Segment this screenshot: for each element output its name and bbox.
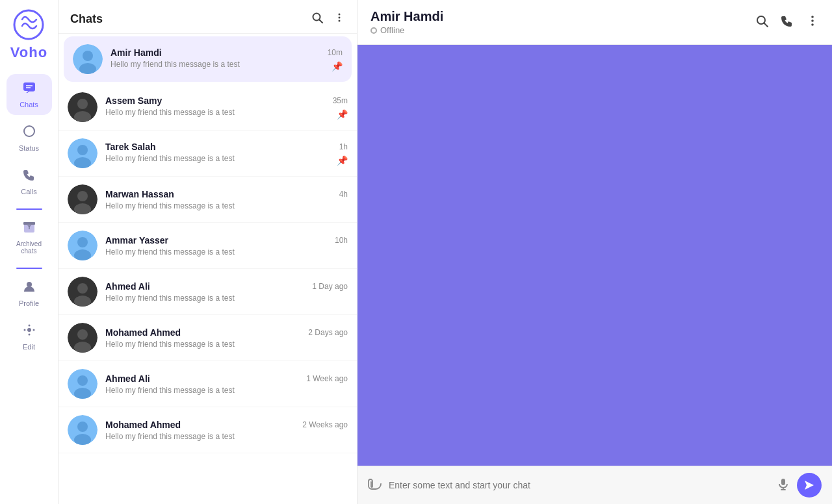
chat-list-item[interactable]: Ahmed Ali 1 Week ago Hello my friend thi… xyxy=(58,361,357,407)
chat-body xyxy=(358,45,832,466)
chat-name-row: Mohamed Ahmed 2 Weeks ago xyxy=(105,420,348,430)
pin-icon: 📌 xyxy=(337,155,348,166)
mic-button[interactable] xyxy=(776,477,790,494)
mic-icon xyxy=(776,477,790,491)
chat-more-icon xyxy=(806,14,819,27)
svg-point-20 xyxy=(83,51,93,61)
svg-point-0 xyxy=(14,10,43,39)
chat-preview-row: Hello my friend this message is a test 📌 xyxy=(105,154,348,166)
chat-info: Assem Samy 35m Hello my friend this mess… xyxy=(105,95,348,120)
edit-label: Edit xyxy=(23,343,35,351)
svg-point-11 xyxy=(28,334,30,336)
chat-info: Ahmed Ali 1 Week ago Hello my friend thi… xyxy=(105,373,348,395)
avatar xyxy=(68,92,98,122)
chat-list-item[interactable]: Mohamed Ahmed 2 Days ago Hello my friend… xyxy=(58,315,357,361)
chat-list-panel: Chats Amir Hamdi 10m Hello my friend thi… xyxy=(58,0,358,504)
more-button[interactable] xyxy=(333,12,345,27)
chat-main-status: Offline xyxy=(370,25,443,35)
chat-name: Ahmed Ali xyxy=(105,373,150,384)
chat-name-row: Ahmed Ali 1 Week ago xyxy=(105,373,348,384)
chat-main-actions xyxy=(755,14,819,31)
app-title: Voho xyxy=(10,44,47,61)
chat-info: Ammar Yasser 10h Hello my friend this me… xyxy=(105,235,348,257)
chat-name: Amir Hamdi xyxy=(110,47,162,58)
attach-button[interactable] xyxy=(368,477,382,494)
calls-icon xyxy=(22,168,36,185)
chat-name-row: Assem Samy 35m xyxy=(105,95,348,106)
call-button[interactable] xyxy=(780,14,794,31)
sidebar-item-chats[interactable]: Chats xyxy=(6,74,52,115)
svg-point-16 xyxy=(339,14,341,16)
chat-preview: Hello my friend this message is a test xyxy=(105,386,235,395)
chat-preview-row: Hello my friend this message is a test xyxy=(105,432,348,441)
avatar xyxy=(68,369,98,399)
status-icon xyxy=(22,124,36,142)
chat-more-button[interactable] xyxy=(806,14,819,31)
svg-point-29 xyxy=(77,191,88,201)
profile-label: Profile xyxy=(19,299,39,307)
chat-name: Assem Samy xyxy=(105,95,162,106)
chat-search-button[interactable] xyxy=(755,14,768,31)
svg-point-4 xyxy=(24,126,34,136)
send-button[interactable] xyxy=(797,473,822,498)
svg-rect-5 xyxy=(23,222,35,225)
svg-point-18 xyxy=(339,20,341,22)
status-text: Offline xyxy=(380,25,404,35)
sidebar-item-edit[interactable]: Edit xyxy=(6,316,52,357)
sidebar-item-archived[interactable]: Archived chats xyxy=(6,214,52,261)
chat-list-item[interactable]: Amir Hamdi 10m Hello my friend this mess… xyxy=(64,36,352,82)
chat-input-area xyxy=(358,466,832,504)
chat-name: Mohamed Ahmed xyxy=(105,327,181,338)
chat-main-user-info: Amir Hamdi Offline xyxy=(370,9,443,35)
chat-time: 1 Week ago xyxy=(306,374,348,383)
phone-icon xyxy=(780,14,794,28)
sidebar-item-calls[interactable]: Calls xyxy=(6,161,52,202)
chat-main-name: Amir Hamdi xyxy=(370,9,443,24)
chat-preview: Hello my friend this message is a test xyxy=(105,201,235,210)
svg-point-49 xyxy=(811,19,814,22)
svg-point-9 xyxy=(27,328,31,332)
chat-name: Ahmed Ali xyxy=(105,281,150,292)
chat-preview-row: Hello my friend this message is a test xyxy=(105,201,348,210)
edit-icon xyxy=(22,323,36,340)
chat-list-item[interactable]: Marwan Hassan 4h Hello my friend this me… xyxy=(58,177,357,223)
chat-list-item[interactable]: Tarek Salah 1h Hello my friend this mess… xyxy=(58,131,357,177)
chat-preview-row: Hello my friend this message is a test xyxy=(105,340,348,349)
svg-point-32 xyxy=(77,237,88,247)
header-icons xyxy=(311,12,345,27)
chat-list-item[interactable]: Ahmed Ali 1 Day ago Hello my friend this… xyxy=(58,269,357,315)
nav-divider xyxy=(16,208,42,210)
nav-divider-2 xyxy=(16,268,42,269)
svg-point-23 xyxy=(77,99,88,109)
sidebar-item-status[interactable]: Status xyxy=(6,118,52,158)
chat-info: Tarek Salah 1h Hello my friend this mess… xyxy=(105,142,348,166)
avatar xyxy=(68,323,98,353)
chat-info: Marwan Hassan 4h Hello my friend this me… xyxy=(105,189,348,210)
chat-name: Ammar Yasser xyxy=(105,235,168,246)
chat-list-header: Chats xyxy=(58,0,357,34)
svg-point-38 xyxy=(77,329,88,340)
chat-preview-row: Hello my friend this message is a test 📌 xyxy=(105,108,348,120)
chat-name-row: Mohamed Ahmed 2 Days ago xyxy=(105,327,348,338)
chat-input[interactable] xyxy=(389,480,770,490)
svg-rect-1 xyxy=(23,82,35,91)
chat-list-item[interactable]: Ammar Yasser 10h Hello my friend this me… xyxy=(58,223,357,269)
chat-list-item[interactable]: Assem Samy 35m Hello my friend this mess… xyxy=(58,84,357,131)
svg-point-26 xyxy=(77,145,88,155)
sidebar-item-profile[interactable]: Profile xyxy=(6,273,52,314)
chat-time: 10h xyxy=(335,236,348,245)
avatar xyxy=(68,277,98,307)
svg-point-44 xyxy=(77,422,88,432)
svg-point-10 xyxy=(28,325,30,327)
chat-name: Mohamed Ahmed xyxy=(105,420,181,430)
send-icon xyxy=(803,479,815,491)
svg-point-17 xyxy=(339,17,341,19)
svg-line-47 xyxy=(764,23,768,27)
search-button[interactable] xyxy=(311,12,323,27)
svg-point-35 xyxy=(77,283,88,294)
chat-preview-row: Hello my friend this message is a test 📌 xyxy=(110,60,343,71)
chat-list-item[interactable]: Mohamed Ahmed 2 Weeks ago Hello my frien… xyxy=(58,407,357,453)
attach-icon xyxy=(368,477,382,491)
chat-time: 10m xyxy=(328,48,343,57)
chat-info: Ahmed Ali 1 Day ago Hello my friend this… xyxy=(105,281,348,303)
